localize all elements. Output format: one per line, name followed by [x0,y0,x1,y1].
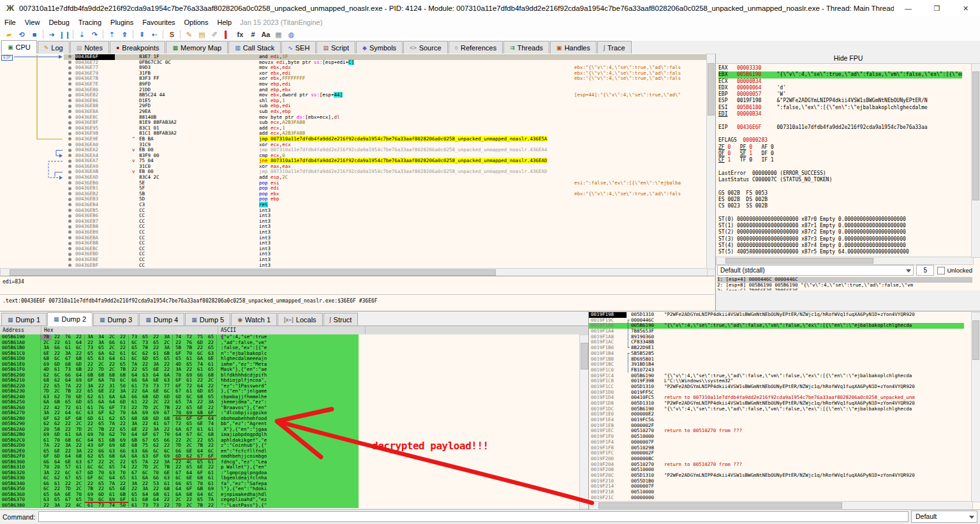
tab-references[interactable]: ○References [449,41,503,54]
disasm-row[interactable]: 00436E7789D3mov ebx,edxebx:"{\"v\":4,\"s… [64,65,715,71]
menu-item-plugins[interactable]: Plugins [106,17,138,28]
disasm-row[interactable]: 00436EA7v75 04jne 007310a11e7dfdb4fa9dd2… [64,158,715,164]
register-line[interactable]: ST(4) 00000000000000000000 x87r4 Empty 0… [718,243,962,249]
breakpoint-dot[interactable] [64,257,75,263]
menu-item-options[interactable]: Options [180,17,213,28]
breakpoint-dot[interactable] [64,60,75,66]
registers-vscrollbar[interactable] [971,63,980,258]
tab-dump-4[interactable]: ▦Dump 4 [139,313,184,326]
tab-threads[interactable]: ⇉Threads [503,41,549,54]
disasm-row[interactable]: 00436EBDCCint3 [64,251,715,257]
register-line[interactable]: OF 0 SF 1 DF 0 [718,151,962,157]
breakpoint-dot[interactable] [64,213,75,219]
breakpoint-dot[interactable] [64,263,75,268]
argument-count-spinner[interactable]: 5 [916,265,934,276]
tab-handles[interactable]: ▣Handles [550,41,597,54]
profile-select[interactable]: Default [911,511,977,523]
disasm-row[interactable]: 00436EB5CCint3 [64,208,715,214]
disasm-row[interactable]: 00436EB35Dpop ebp [64,197,715,202]
disassembly-pane[interactable]: EIP 00436E6F83E7 1Fand edi,1F00436E720FB… [0,54,715,268]
disasm-row[interactable]: 00436EAD83C4 2Cadd esp,2C [64,175,715,181]
argument-row[interactable]: 1: [esp+4] 0000446C 0000446C [717,277,972,283]
tab-memory-map[interactable]: ▦Memory Map [166,41,228,54]
disasm-row[interactable]: 00436E8829FDsub ebp,edi [64,103,715,109]
tab-source[interactable]: <>Source [403,41,447,54]
menu-item-help[interactable]: Help [212,17,236,28]
breakpoint-dot[interactable] [64,137,75,142]
breakpoint-dot[interactable] [64,197,75,202]
breakpoint-dot[interactable] [64,82,75,87]
register-line[interactable]: ESI 005B6180 ":false,\"ex\":[{\"en\":\"e… [718,105,962,111]
highlight-icon[interactable]: ▍ [221,29,233,40]
disasm-row[interactable]: 00436E720FB67C3C 0Cmovzx edi,byte ptr ss… [64,60,715,66]
breakpoint-dot[interactable] [64,142,75,148]
breakpoint-dot[interactable] [64,109,75,115]
register-line[interactable] [718,117,962,124]
breakpoint-dot[interactable] [64,236,75,241]
hash-icon[interactable]: # [247,29,258,40]
open-file-icon[interactable]: ▰ [3,29,15,40]
step-unconditional-icon[interactable]: ⇞ [136,29,147,40]
tab-seh[interactable]: ∿SEH [281,41,316,54]
tab-dump-5[interactable]: ▦Dump 5 [185,313,230,326]
disasm-row[interactable]: 00436EB15Fpop edi [64,186,715,191]
maximize-button[interactable]: ❐ [923,0,951,17]
argument-row[interactable]: 2: [esp+8] 005B6190 005B6190 "{\"v\":4,\… [717,283,972,288]
execute-till-return-icon[interactable]: ⇡ [106,29,117,40]
register-line[interactable]: ST(0) 00000000000000000000 x87r0 Empty 0… [718,216,962,223]
register-line[interactable] [718,183,962,190]
disasm-row[interactable]: 00436E9E^EB BAjmp 007310a11e7dfdb4fa9dd2… [64,137,715,142]
disasm-row[interactable]: 00436EBCCCint3 [64,246,715,252]
disasm-row[interactable]: 00436E7931FBxor ebx,ediebx:"{\"v\":4,\"s… [64,71,715,77]
tab-dump-1[interactable]: ▦Dump 1 [1,313,47,326]
tab-call-stack[interactable]: ▥Call Stack [228,41,281,54]
tab-watch-1[interactable]: ◉Watch 1 [231,313,277,326]
register-line[interactable]: ST(5) 40058000000000000000 x87r5 Empty 6… [718,249,962,255]
register-line[interactable]: EAX 00003330 [718,65,962,71]
dump-pane[interactable]: ▦Dump 1▦Dump 2▦Dump 3▦Dump 4▦Dump 5◉Watc… [0,311,588,510]
disasm-row[interactable]: 00436EB25Bpop ebxebx:"{\"v\":4,\"se\":tr… [64,191,715,197]
hide-fpu-button[interactable]: Hide FPU [716,54,980,64]
disasm-row[interactable]: 00436EBBCCint3 [64,241,715,246]
breakpoint-dot[interactable] [64,54,75,60]
disasm-row[interactable]: 00436EB7CCint3 [64,219,715,225]
register-line[interactable]: ZF 0 PF 0 AF 0 [718,144,962,151]
stack-hscrollbar[interactable] [589,501,973,510]
disasm-row[interactable]: 00436E7B83F3 FFxor ebx,FFFFFFFFebx:"{\"v… [64,76,715,82]
breakpoint-dot[interactable] [64,169,75,175]
breakpoint-dot[interactable] [64,126,75,131]
tab-struct[interactable]: ʃStruct [323,313,359,326]
register-line[interactable]: ESP 0019F198 &"P2WFe2ADGYmLNIPP4dkii4VSW… [718,98,962,104]
register-line[interactable] [718,163,962,170]
disasm-row[interactable]: 00436E8A29EAsub edx,ebp [64,109,715,115]
breakpoint-dot[interactable] [64,164,75,170]
tab-dump-2[interactable]: ▦Dump 2 [47,312,93,326]
register-line[interactable]: CF 1 TF 0 IF 1 [718,157,962,163]
register-line[interactable]: ECX 00000B34 [718,79,962,85]
stack-vscrollbar[interactable] [971,312,980,502]
breakpoint-dot[interactable] [64,158,75,164]
menu-item-debug[interactable]: Debug [44,17,73,28]
disasm-row[interactable]: 00436EBFCCint3 [64,263,715,268]
disasm-row[interactable]: 00436EBECCint3 [64,257,715,263]
run-to-user-code-icon[interactable]: ⤊ [119,29,130,40]
disassembly-vscrollbar[interactable] [706,54,716,269]
tab-script[interactable]: ▤Script [316,41,355,54]
menu-item-file[interactable]: File [0,17,20,28]
register-line[interactable]: ES 002B DS 002B [718,197,962,203]
disasm-row[interactable]: 00436E828B5C24 44mov ebx,dword ptr ss:[e… [64,93,715,98]
breakpoint-dot[interactable] [64,208,75,214]
tab-symbols[interactable]: ◆Symbols [356,41,403,54]
tab-trace[interactable]: ʃTrace [597,41,632,54]
register-line[interactable]: EDI 00000B34 [718,111,962,117]
pause-icon[interactable]: ❙❙ [59,29,70,40]
disasm-row[interactable]: 00436EABvEB 00jmp 007310a11e7dfdb4fa9dd2… [64,169,715,175]
breakpoint-dot[interactable] [64,115,75,121]
tab-cpu[interactable]: ▣CPU [1,40,37,54]
disasm-row[interactable]: 00436EB8CCint3 [64,224,715,230]
register-line[interactable] [718,210,962,216]
stack-pane[interactable]: 0019F198 005D1310"P2WFe2ADGYmLNIPP4dkii4… [588,311,980,510]
unlocked-checkbox[interactable]: Unlocked [937,267,972,274]
dump-row[interactable]: 005B6380223A224C61737450617373227D2C7B22… [0,503,359,509]
breakpoint-dot[interactable] [64,93,75,98]
